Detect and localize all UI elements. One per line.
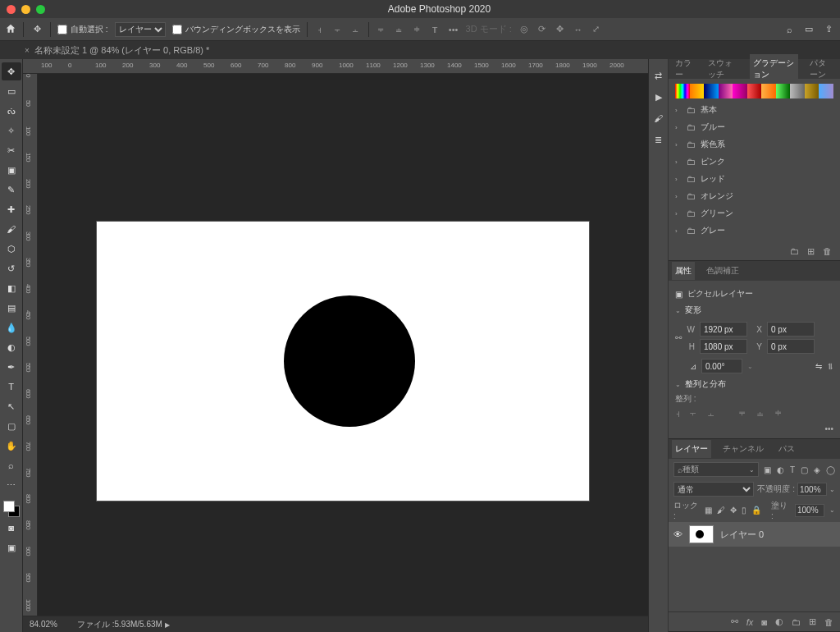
height-input[interactable] [700,339,747,354]
gradient-folder[interactable]: ›🗀グリーン [675,207,833,220]
y-input[interactable] [767,339,815,354]
filter-type-icon[interactable]: T [790,465,795,474]
viewport[interactable] [38,74,648,616]
align-center-h-icon[interactable]: ⫟ [332,22,344,37]
align-top-icon[interactable]: ⫧ [376,22,387,37]
gradient-folder[interactable]: ›🗀ピンク [675,155,833,168]
fill-input[interactable] [795,504,824,517]
width-input[interactable] [700,322,747,337]
tab-layers[interactable]: レイヤー [672,440,711,458]
dock-play-icon[interactable]: ▶ [652,90,665,103]
rectangle-tool[interactable]: ▢ [2,417,21,435]
heal-tool[interactable]: ✚ [2,200,21,218]
close-tab-icon[interactable]: × [25,46,30,55]
screen-mode-icon[interactable]: ▣ [2,538,21,556]
gradient-preset[interactable] [747,84,762,98]
new-icon[interactable]: ⊞ [807,246,815,257]
share-icon[interactable]: ⇪ [822,23,835,36]
move-tool-icon[interactable]: ✥ [30,23,43,36]
align-center-v-icon[interactable]: ⫨ [394,22,405,37]
align-left-icon[interactable]: ⫞ [675,408,680,419]
layer-item[interactable]: 👁 レイヤー 0 [669,522,840,547]
blend-mode-dropdown[interactable]: 通常 [673,482,754,497]
tab-pattern[interactable]: パターン [806,54,837,84]
gradient-folder[interactable]: ›🗀ブルー [675,121,833,134]
distribute-icon[interactable]: ⫪ [430,22,441,37]
move-tool[interactable]: ✥ [2,62,21,80]
pen-tool[interactable]: ✒ [2,358,21,376]
link-layers-icon[interactable]: ⚯ [731,616,738,627]
tab-channels[interactable]: チャンネル [719,440,767,458]
filter-smart-icon[interactable]: ◈ [814,465,820,474]
folder-icon[interactable]: 🗀 [790,246,799,256]
more-icon[interactable]: ••• [675,424,833,433]
filter-shape-icon[interactable]: ▢ [801,465,808,474]
link-icon[interactable]: ⚯ [675,333,682,342]
eraser-tool[interactable]: ◧ [2,279,21,297]
horizontal-ruler[interactable]: 1000100200300400500600700800900100011001… [23,59,648,74]
auto-select-checkbox[interactable]: 自動選択 : [57,24,108,35]
path-select-tool[interactable]: ↖ [2,397,21,415]
gradient-presets[interactable] [675,84,833,98]
show-bbox-checkbox[interactable]: バウンディングボックスを表示 [172,24,300,35]
gradient-preset[interactable] [675,84,690,98]
layer-filter-dropdown[interactable]: ⌕ 種類⌄ [673,462,759,477]
minimize-window-button[interactable] [21,5,30,14]
tab-paths[interactable]: パス [775,440,798,458]
align-left-icon[interactable]: ⫞ [314,22,326,37]
gradient-folder[interactable]: ›🗀レッド [675,172,833,185]
tab-adjustments[interactable]: 色調補正 [703,262,742,280]
gradient-folder[interactable]: ›🗀紫色系 [675,138,833,151]
adjustment-layer-icon[interactable]: ◐ [775,616,783,627]
lock-paint-icon[interactable]: 🖌 [717,506,725,515]
gradient-preset[interactable] [805,84,819,98]
chevron-down-icon[interactable]: ⌄ [675,381,682,388]
gradient-preset[interactable] [719,84,733,98]
filter-toggle-icon[interactable]: ◯ [826,465,835,474]
align-bottom-icon[interactable]: ⫩ [412,22,423,37]
file-size[interactable]: ファイル :5.93M/5.63M ▶ [74,619,173,630]
workspace-icon[interactable]: ▭ [802,23,815,36]
hand-tool[interactable]: ✋ [2,437,21,455]
crop-tool[interactable]: ✂ [2,141,21,159]
align-bottom-icon[interactable]: ⫩ [774,408,783,419]
gradient-preset[interactable] [704,84,719,98]
dodge-tool[interactable]: ◐ [2,338,21,356]
gradient-preset[interactable] [819,84,833,98]
flip-v-icon[interactable]: ⥮ [827,362,833,371]
stamp-tool[interactable]: ⬡ [2,240,21,258]
gradient-folder[interactable]: ›🗀オレンジ [675,190,833,203]
filter-adjust-icon[interactable]: ◐ [777,465,784,474]
gradient-tool[interactable]: ▤ [2,299,21,317]
chevron-down-icon[interactable]: ⌄ [675,307,682,314]
x-input[interactable] [767,322,815,337]
lock-transparent-icon[interactable]: ▦ [705,506,712,515]
gradient-preset[interactable] [790,84,805,98]
brush-tool[interactable]: 🖌 [2,220,21,238]
gradient-folder[interactable]: ›🗀基本 [675,103,833,117]
quick-mask-icon[interactable]: ◙ [2,519,21,537]
auto-select-dropdown[interactable]: レイヤー [115,22,166,37]
zoom-level[interactable]: 84.02% [26,620,61,629]
trash-icon[interactable]: 🗑 [823,246,832,256]
tab-swatch[interactable]: スウォッチ [705,54,742,84]
frame-tool[interactable]: ▣ [2,161,21,179]
zoom-tool[interactable]: ⌕ [2,456,21,474]
type-tool[interactable]: T [2,378,21,396]
align-top-icon[interactable]: ⫧ [737,408,747,419]
tab-color[interactable]: カラー [672,54,696,84]
delete-layer-icon[interactable]: 🗑 [824,617,833,627]
lasso-tool[interactable]: ᔔ [2,102,21,120]
gradient-preset[interactable] [690,84,705,98]
layer-name[interactable]: レイヤー 0 [720,529,764,541]
artboard[interactable] [97,222,589,501]
vertical-ruler[interactable]: 0501001502002503003504004505005506006507… [23,74,38,616]
align-right-icon[interactable]: ⫠ [350,22,362,37]
flip-h-icon[interactable]: ⇋ [815,362,822,371]
tab-properties[interactable]: 属性 [672,262,695,280]
layer-thumbnail[interactable] [689,525,714,543]
document-tab[interactable]: 名称未設定 1 @ 84% (レイヤー 0, RGB/8) * [34,44,210,57]
dock-adjust-icon[interactable]: ⇄ [652,69,665,82]
marquee-tool[interactable]: ▭ [2,82,21,100]
eyedropper-tool[interactable]: ✎ [2,181,21,199]
